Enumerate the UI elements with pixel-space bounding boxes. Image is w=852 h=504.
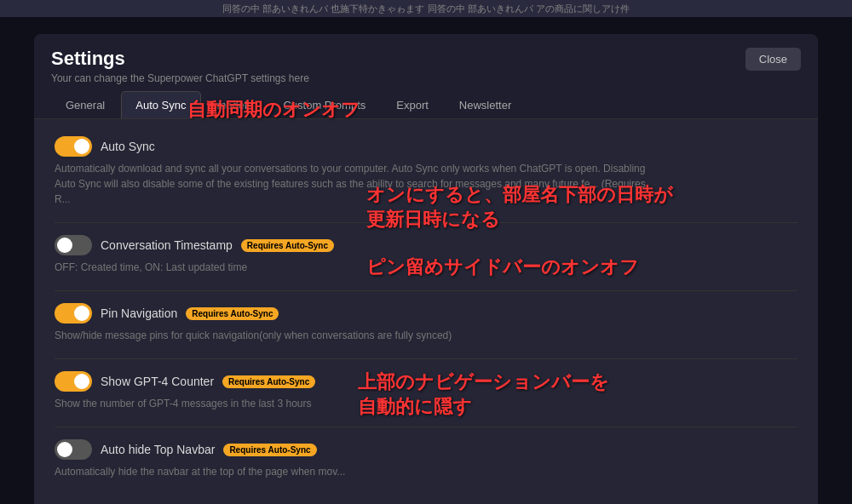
auto-sync-desc: Automatically download and sync all your… (55, 161, 651, 207)
setting-auto-hide-navbar: Auto hide Top Navbar Requires Auto-Sync … (55, 439, 797, 479)
pin-nav-toggle[interactable] (55, 303, 92, 324)
gpt4-counter-toggle[interactable] (55, 371, 92, 392)
gpt4-counter-label: Show GPT-4 Counter (101, 375, 214, 388)
tab-general[interactable]: General (51, 91, 119, 118)
dark-background: Settings Your can change the Superpower … (0, 17, 852, 504)
conv-timestamp-label: Conversation Timestamp (101, 238, 233, 252)
divider-4 (55, 427, 797, 427)
panel-content: Auto Sync Automatically download and syn… (34, 119, 818, 504)
panel-title: Settings (51, 48, 309, 70)
setting-pin-nav: Pin Navigation Requires Auto-Sync Show/h… (55, 303, 797, 343)
gpt4-counter-desc: Show the number of GPT-4 messages in the… (55, 396, 651, 411)
conv-timestamp-toggle[interactable] (55, 235, 92, 255)
divider-3 (55, 358, 797, 359)
header-left: Settings Your can change the Superpower … (51, 48, 309, 84)
auto-hide-navbar-label: Auto hide Top Navbar (101, 443, 215, 456)
setting-gpt4-counter: Show GPT-4 Counter Requires Auto-Sync Sh… (55, 371, 797, 411)
auto-hide-navbar-badge: Requires Auto-Sync (223, 444, 316, 456)
setting-conv-timestamp: Conversation Timestamp Requires Auto-Syn… (55, 235, 797, 275)
auto-hide-navbar-toggle[interactable] (55, 439, 92, 460)
tabs-bar: General Auto Sync models Custom Prompts … (34, 91, 818, 119)
pin-nav-desc: Show/hide message pins for quick navigat… (55, 328, 651, 343)
close-button[interactable]: Close (746, 48, 801, 71)
tab-newsletter[interactable]: Newsletter (445, 91, 526, 118)
panel-header: Settings Your can change the Superpower … (34, 34, 818, 91)
tab-export[interactable]: Export (382, 91, 443, 118)
gpt4-counter-badge: Requires Auto-Sync (222, 375, 315, 388)
divider-1 (55, 222, 797, 223)
top-bar: 同答の中 部あいきれんパ 也施下特かきゃゎます 同答の中 部あいきれんパ アの商… (0, 0, 852, 17)
tab-customprompts[interactable]: Custom Prompts (268, 91, 380, 118)
setting-auto-sync: Auto Sync Automatically download and syn… (55, 136, 797, 207)
tab-models[interactable]: models (203, 91, 268, 118)
auto-hide-navbar-desc: Automatically hide the navbar at the top… (55, 464, 651, 479)
auto-sync-label: Auto Sync (101, 140, 155, 153)
conv-timestamp-desc: OFF: Created time, ON: Last updated time (55, 260, 651, 275)
tab-autosync[interactable]: Auto Sync (121, 91, 200, 118)
conv-timestamp-badge: Requires Auto-Sync (241, 239, 334, 252)
panel-subtitle: Your can change the Superpower ChatGPT s… (51, 72, 309, 84)
divider-2 (55, 290, 797, 291)
pin-nav-badge: Requires Auto-Sync (186, 307, 279, 320)
settings-panel: Settings Your can change the Superpower … (34, 34, 818, 504)
auto-sync-toggle[interactable] (55, 136, 92, 157)
pin-nav-label: Pin Navigation (101, 306, 177, 320)
